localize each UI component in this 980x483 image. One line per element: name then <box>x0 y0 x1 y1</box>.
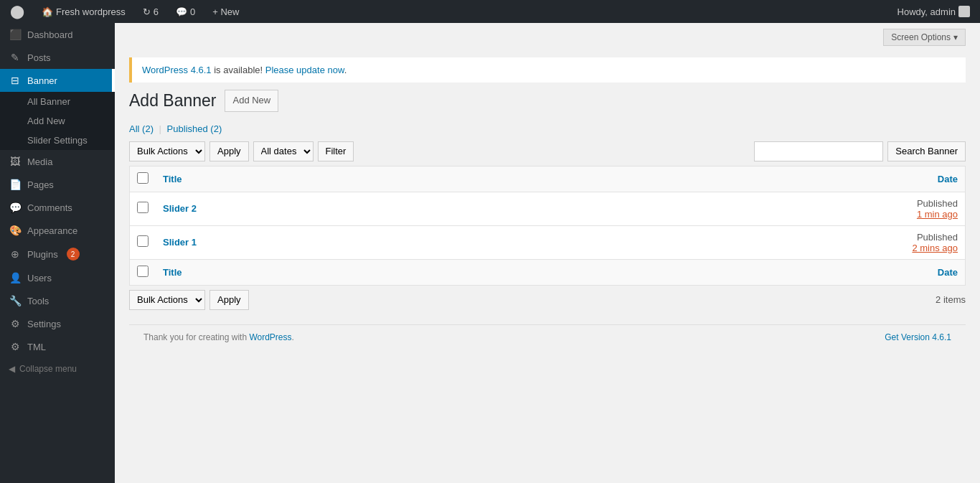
update-version-link[interactable]: WordPress 4.6.1 <box>142 65 212 75</box>
header-title-col: Title <box>156 166 514 192</box>
table-row: Slider 1 Published 2 mins ago <box>130 225 966 259</box>
new-content[interactable]: + New <box>208 0 243 23</box>
select-all-checkbox-bottom[interactable] <box>137 266 149 277</box>
row-date-cell: Published 1 min ago <box>514 192 965 225</box>
filter-button[interactable]: Filter <box>318 141 354 161</box>
sidebar-item-comments[interactable]: 💬 Comments <box>0 196 115 219</box>
date-sort-link-bottom[interactable]: Date <box>938 267 958 278</box>
toolbar-bottom: Bulk Actions Apply 2 items <box>129 290 966 310</box>
add-new-button[interactable]: Add New <box>225 90 278 112</box>
collapse-icon: ◀ <box>9 364 15 374</box>
settings-icon: ⚙ <box>9 318 22 329</box>
sidebar-subitem-add-new[interactable]: Add New <box>0 111 115 131</box>
sidebar-subitem-slider-settings[interactable]: Slider Settings <box>0 131 115 150</box>
sidebar-item-label: Plugins <box>27 249 58 260</box>
sidebar-item-dashboard[interactable]: ⬛ Dashboard <box>0 23 115 46</box>
select-all-checkbox[interactable] <box>137 172 149 184</box>
sidebar-item-label: Dashboard <box>27 29 73 40</box>
wordpress-link[interactable]: WordPress <box>249 332 291 342</box>
users-icon: 👤 <box>9 272 22 283</box>
search-input[interactable] <box>754 141 883 161</box>
date-filter-select[interactable]: All dates <box>253 141 314 161</box>
toolbar-top: Bulk Actions Apply All dates Filter Sear… <box>129 141 966 161</box>
sidebar-item-plugins[interactable]: ⊕ Plugins 2 <box>0 242 115 266</box>
row-checkbox <box>130 225 156 259</box>
footer-date-col: Date <box>514 259 965 285</box>
table-footer-row: Title Date <box>130 259 966 285</box>
posts-icon: ✎ <box>9 52 22 63</box>
sidebar-item-label: Banner <box>27 75 57 86</box>
row-select-checkbox[interactable] <box>137 202 149 213</box>
update-notice: WordPress 4.6.1 is available! Please upd… <box>129 57 966 83</box>
apply-button-top[interactable]: Apply <box>209 141 249 161</box>
sidebar-item-label: TML <box>27 342 46 352</box>
sidebar-item-banner[interactable]: ⊟ Banner <box>0 69 115 92</box>
sidebar-item-label: Appearance <box>27 225 77 236</box>
sidebar-item-users[interactable]: 👤 Users <box>0 266 115 289</box>
home-icon: 🏠 <box>42 6 53 17</box>
filter-sep: | <box>159 123 161 134</box>
sidebar-item-settings[interactable]: ⚙ Settings <box>0 312 115 335</box>
update-now-link[interactable]: Please update now <box>265 65 344 75</box>
footer-title-col: Title <box>156 259 514 285</box>
sidebar-item-label: Media <box>27 156 52 167</box>
site-name[interactable]: 🏠 Fresh wordpress <box>37 0 130 23</box>
header-checkbox-col <box>130 166 156 192</box>
collapse-menu[interactable]: ◀ Collapse menu <box>0 358 115 380</box>
sidebar: ⬛ Dashboard ✎ Posts ⊟ Banner All Banner … <box>0 23 115 483</box>
tools-icon: 🔧 <box>9 295 22 306</box>
apply-button-bottom[interactable]: Apply <box>209 290 249 310</box>
screen-options-bar: Screen Options ▾ <box>129 23 966 46</box>
bulk-actions-select-bottom[interactable]: Bulk Actions <box>129 290 205 310</box>
dashboard-icon: ⬛ <box>9 29 22 40</box>
page-title: Add Banner <box>129 91 216 111</box>
footer-thanks: Thank you for creating with WordPress. <box>143 332 294 342</box>
slider2-link[interactable]: Slider 2 <box>163 203 197 214</box>
sidebar-item-appearance[interactable]: 🎨 Appearance <box>0 219 115 242</box>
row-title-cell: Slider 1 <box>156 225 514 259</box>
filter-published-link[interactable]: Published (2) <box>167 123 222 134</box>
sidebar-item-tools[interactable]: 🔧 Tools <box>0 289 115 312</box>
get-version-link[interactable]: Get Version 4.6.1 <box>885 332 951 342</box>
main-content: Screen Options ▾ WordPress 4.6.1 is avai… <box>115 23 980 483</box>
plugins-icon: ⊕ <box>9 248 22 260</box>
updates[interactable]: ↻ 6 <box>138 0 163 23</box>
slider1-link[interactable]: Slider 1 <box>163 237 197 248</box>
footer-checkbox-col <box>130 259 156 285</box>
sidebar-item-label: Pages <box>27 179 54 190</box>
avatar <box>958 6 970 17</box>
title-sort-link-bottom[interactable]: Title <box>163 267 182 278</box>
title-sort-link[interactable]: Title <box>163 174 182 184</box>
sidebar-item-pages[interactable]: 📄 Pages <box>0 173 115 196</box>
pages-icon: 📄 <box>9 179 22 190</box>
chevron-down-icon: ▾ <box>953 32 958 42</box>
howdy-user[interactable]: Howdy, admin <box>893 0 974 23</box>
search-banner-button[interactable]: Search Banner <box>887 141 966 161</box>
bulk-actions-select-top[interactable]: Bulk Actions <box>129 141 205 161</box>
media-icon: 🖼 <box>9 156 22 167</box>
sidebar-item-media[interactable]: 🖼 Media <box>0 150 115 173</box>
filter-all-link[interactable]: All (2) <box>129 123 154 134</box>
comments[interactable]: 💬 0 <box>171 0 199 23</box>
sidebar-item-posts[interactable]: ✎ Posts <box>0 46 115 69</box>
row-title-cell: Slider 2 <box>156 192 514 225</box>
sidebar-item-label: Users <box>27 273 52 283</box>
row-checkbox <box>130 192 156 225</box>
sidebar-item-label: Comments <box>27 202 72 213</box>
admin-bar: ⬤ 🏠 Fresh wordpress ↻ 6 💬 0 + New Howdy,… <box>0 0 980 23</box>
sidebar-item-tml[interactable]: ⚙ TML <box>0 335 115 358</box>
sidebar-item-label: Posts <box>27 52 51 63</box>
banners-table: Title Date Slider 2 Published <box>129 166 966 286</box>
table-row: Slider 2 Published 1 min ago <box>130 192 966 225</box>
sidebar-subitem-all-banner[interactable]: All Banner <box>0 92 115 111</box>
plugins-badge: 2 <box>67 248 80 261</box>
date-sort-link[interactable]: Date <box>938 174 958 184</box>
screen-options-button[interactable]: Screen Options ▾ <box>883 29 966 46</box>
comments-icon: 💬 <box>176 6 187 17</box>
banner-icon: ⊟ <box>9 75 22 86</box>
filter-links: All (2) | Published (2) <box>129 123 966 134</box>
footer-version: Get Version 4.6.1 <box>885 332 951 342</box>
row-select-checkbox[interactable] <box>137 235 149 247</box>
comments-sidebar-icon: 💬 <box>9 202 22 213</box>
wp-logo[interactable]: ⬤ <box>6 0 29 23</box>
